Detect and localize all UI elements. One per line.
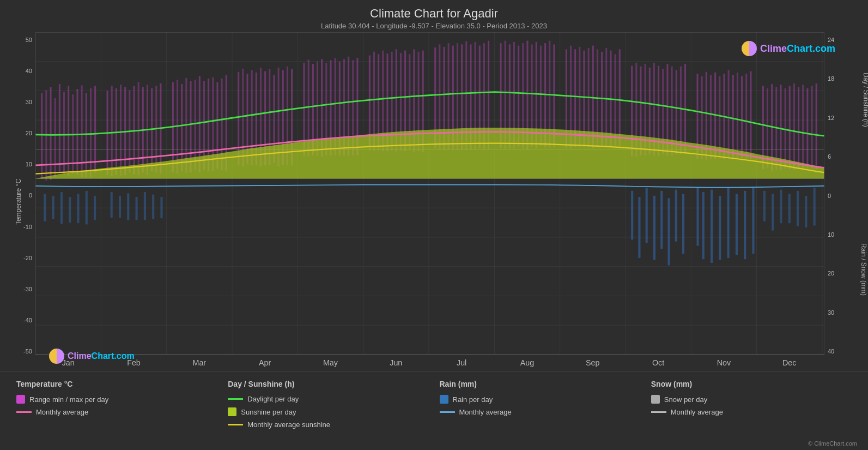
svg-text:Mar: Mar (193, 358, 207, 367)
svg-rect-54 (195, 80, 196, 170)
svg-rect-160 (728, 70, 730, 159)
svg-rect-162 (737, 73, 738, 159)
legend-label-rain: Rain per day (453, 395, 493, 404)
svg-rect-176 (806, 88, 808, 167)
svg-text:Oct: Oct (652, 358, 664, 367)
svg-rect-28 (63, 92, 65, 175)
svg-rect-211 (780, 190, 782, 224)
svg-rect-197 (60, 192, 63, 224)
svg-rect-206 (144, 192, 146, 220)
snow-swatch (651, 395, 660, 404)
svg-rect-195 (44, 194, 46, 221)
legend-label-sunshine: Sunshine per day (241, 408, 296, 416)
svg-rect-183 (660, 191, 663, 249)
svg-rect-208 (160, 197, 162, 218)
x-axis: Jan Feb Mar Apr May Jun Jul Aug Sep Oct … (35, 356, 824, 371)
svg-rect-23 (41, 93, 43, 179)
legend-item-snow-swatch: Snow per day (651, 395, 852, 404)
temp-avg-line (16, 411, 32, 413)
y-axis-left-label: Temperature °C (15, 178, 22, 224)
svg-rect-161 (732, 75, 734, 158)
svg-rect-25 (50, 87, 52, 180)
svg-rect-174 (798, 87, 799, 169)
svg-text:Nov: Nov (717, 358, 731, 367)
legend-col-sunshine: Day / Sunshine (h) Daylight per day Suns… (222, 377, 434, 445)
y-axis-right: Day / Sunshine (h) Rain / Snow (mm) 24 1… (824, 32, 863, 371)
svg-rect-198 (69, 197, 71, 223)
svg-rect-167 (767, 88, 768, 167)
y-axis-right-top-label: Day / Sunshine (h) (861, 73, 868, 127)
legend-col-snow: Snow (mm) Snow per day Monthly average (646, 377, 857, 445)
svg-rect-33 (86, 93, 87, 177)
legend-title-snow: Snow (mm) (651, 380, 852, 388)
svg-rect-181 (646, 188, 648, 243)
logo-text-top: ClimeChart.com (760, 43, 835, 55)
svg-rect-199 (77, 194, 79, 224)
svg-text:Sep: Sep (586, 358, 600, 367)
svg-rect-139 (619, 49, 621, 147)
svg-rect-179 (631, 191, 633, 240)
svg-text:Jun: Jun (390, 358, 402, 367)
legend-item-snow-avg: Monthly average (651, 408, 852, 416)
svg-rect-158 (719, 76, 720, 159)
svg-rect-164 (745, 74, 747, 158)
svg-rect-177 (811, 86, 813, 167)
svg-rect-26 (54, 98, 56, 177)
svg-rect-172 (789, 86, 791, 169)
svg-rect-165 (750, 71, 751, 159)
legend-label-temp-avg: Monthly average (36, 408, 88, 416)
legend-title-rain: Rain (mm) (440, 380, 640, 388)
svg-rect-191 (727, 188, 730, 258)
legend-label-sunshine-avg: Monthly average sunshine (247, 421, 330, 429)
main-container: Climate Chart for Agadir Latitude 30.404… (0, 0, 868, 450)
svg-rect-213 (797, 191, 799, 226)
legend-label-daylight: Daylight per day (247, 395, 299, 403)
legend-label-rain-avg: Monthly average (459, 408, 512, 416)
svg-rect-178 (816, 83, 817, 169)
svg-rect-43 (138, 82, 139, 175)
svg-rect-34 (90, 88, 92, 177)
svg-text:Jul: Jul (457, 358, 466, 367)
svg-rect-173 (793, 83, 795, 170)
svg-text:May: May (323, 358, 338, 367)
svg-rect-215 (814, 188, 816, 225)
svg-rect-29 (68, 86, 69, 176)
svg-rect-163 (741, 76, 743, 158)
legend-item-rain-swatch: Rain per day (440, 395, 640, 404)
logo-icon-top (742, 41, 757, 56)
svg-text:Aug: Aug (520, 358, 534, 367)
svg-rect-189 (711, 190, 713, 263)
legend-item-rain-avg: Monthly average (440, 408, 640, 416)
y-axis-left: Temperature °C 50 40 30 20 10 0 -10 -20 … (5, 32, 35, 371)
chart-area-wrapper: Temperature °C 50 40 30 20 10 0 -10 -20 … (0, 32, 868, 371)
rain-avg-line (440, 411, 455, 413)
svg-rect-210 (772, 194, 774, 231)
svg-rect-201 (94, 196, 96, 220)
legend-item-temp-range: Range min / max per day (16, 395, 217, 404)
svg-text:Apr: Apr (259, 358, 271, 367)
logo-icon-bottom (49, 349, 64, 364)
svg-rect-202 (111, 192, 113, 218)
svg-rect-193 (744, 191, 746, 259)
svg-rect-51 (181, 84, 183, 171)
legend-col-rain: Rain (mm) Rain per day Monthly average (434, 377, 646, 445)
legend-title-temperature: Temperature °C (16, 380, 217, 388)
logo-text-bottom: ClimeChart.com (68, 351, 135, 361)
svg-rect-209 (763, 191, 766, 221)
svg-rect-37 (111, 86, 113, 176)
chart-svg-area (35, 32, 824, 356)
footer-credit: © ClimeChart.com (808, 440, 857, 447)
sunshine-swatch (228, 407, 236, 416)
legend-item-daylight: Daylight per day (228, 395, 428, 403)
legend-label-snow-avg: Monthly average (671, 408, 723, 416)
svg-rect-35 (94, 86, 96, 172)
svg-rect-175 (802, 85, 804, 169)
svg-rect-157 (714, 73, 716, 159)
svg-rect-196 (52, 196, 54, 219)
temp-range-swatch (16, 395, 25, 404)
svg-rect-180 (638, 197, 640, 258)
legend-area: Temperature °C Range min / max per day M… (0, 371, 868, 450)
svg-rect-185 (675, 190, 677, 242)
svg-text:Dec: Dec (782, 358, 796, 367)
svg-rect-170 (780, 85, 781, 170)
